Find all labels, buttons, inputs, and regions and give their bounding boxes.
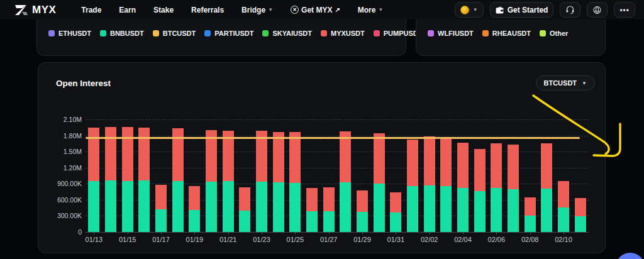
legend-item-rheausdt[interactable]: RHEAUSDT [482, 30, 531, 37]
legend-item-partiusdt[interactable]: PARTIUSDT [204, 30, 253, 37]
bar-segment-green [323, 211, 335, 232]
bar-segment-green [374, 184, 385, 232]
oi-bar-01-25[interactable] [289, 132, 301, 232]
legend-item-bnbusdt[interactable]: BNBUSDT [100, 30, 144, 37]
nav-link-more[interactable]: More▼ [349, 6, 392, 14]
oi-bar-01-19[interactable] [189, 186, 200, 232]
legend-swatch-icon [321, 30, 327, 36]
token-balance-button[interactable]: ▼ [455, 2, 484, 18]
y-axis-label: 900.00K [44, 180, 82, 187]
oi-bar-01-26[interactable] [306, 188, 318, 232]
gridline [86, 136, 589, 136]
oi-bar-01-22[interactable] [239, 187, 250, 232]
legend-item-myxusdt[interactable]: MYXUSDT [321, 30, 365, 37]
legend-swatch-icon [428, 30, 434, 36]
x-axis-label: 01/17 [152, 236, 170, 243]
oi-bar-01-16[interactable] [138, 128, 150, 232]
oi-bar-02-07[interactable] [508, 145, 519, 232]
oi-bar-01-30[interactable] [374, 133, 385, 232]
oi-bar-02-03[interactable] [440, 137, 452, 232]
chevron-down-icon: ▼ [378, 7, 383, 13]
legend-label: RHEAUSDT [492, 30, 531, 37]
oi-bar-01-29[interactable] [357, 190, 368, 232]
legend-swatch-icon [204, 30, 211, 36]
pair-selector-dropdown[interactable]: BTCUSDT ▼ [536, 75, 595, 91]
globe-network-icon [592, 6, 602, 14]
myx-token-icon: ✕ [291, 6, 299, 14]
x-tick [128, 232, 128, 234]
oi-bar-01-23[interactable] [256, 131, 267, 232]
oi-bar-02-11[interactable] [575, 198, 586, 232]
oi-bar-02-02[interactable] [424, 136, 435, 232]
nav-link-get-myx[interactable]: ✕Get MYX↗ [282, 6, 349, 14]
oi-bar-02-01[interactable] [407, 140, 418, 232]
bar-segment-green [223, 181, 234, 232]
y-axis-label: 1.20M [44, 164, 82, 172]
x-tick [530, 232, 531, 234]
legend-swatch-icon [153, 30, 159, 36]
bar-segment-green [541, 189, 552, 232]
bar-segment-green [407, 186, 418, 232]
y-axis-label: 1.50M [44, 148, 82, 155]
legend-item-other[interactable]: Other [540, 30, 568, 37]
bar-segment-red [491, 143, 502, 188]
bar-segment-red [273, 132, 284, 182]
legend-item-wlfiusdt[interactable]: WLFIUSDT [428, 30, 474, 37]
oi-bar-01-15[interactable] [122, 127, 133, 232]
oi-bar-02-09[interactable] [541, 143, 552, 232]
oi-bar-01-28[interactable] [340, 131, 351, 232]
more-options-button[interactable]: ••• [614, 2, 635, 18]
bar-segment-green [206, 182, 217, 232]
oi-bar-02-06[interactable] [491, 143, 502, 232]
oi-bar-01-13[interactable] [88, 128, 99, 232]
myx-logo[interactable]: MYX [14, 4, 56, 16]
bar-segment-green [357, 212, 368, 232]
nav-link-label: Referrals [191, 6, 224, 14]
x-axis-label: 01/13 [86, 236, 103, 243]
oi-bar-02-10[interactable] [558, 181, 569, 232]
open-interest-title: Open Interest [56, 79, 111, 88]
legend-label: MYXUSDT [331, 30, 365, 37]
legend-item-ethusdt[interactable]: ETHUSDT [48, 30, 91, 37]
oi-bar-01-21[interactable] [223, 131, 234, 232]
x-axis-label: 01/21 [219, 236, 237, 243]
support-button[interactable] [560, 2, 580, 18]
x-tick [295, 232, 296, 234]
legend-label: Other [550, 30, 568, 37]
x-axis-label: 02/02 [421, 236, 438, 243]
legend-item-skyaiusdt[interactable]: SKYAIUSDT [262, 30, 312, 37]
nav-link-trade[interactable]: Trade [72, 6, 110, 14]
legend-item-btcusdt[interactable]: BTCUSDT [153, 30, 196, 37]
oi-bar-02-05[interactable] [474, 149, 486, 232]
legend-item-pumpusdt[interactable]: PUMPUSDT [374, 30, 423, 37]
oi-bar-02-08[interactable] [525, 197, 536, 232]
nav-link-stake[interactable]: Stake [145, 6, 182, 14]
nav-link-earn[interactable]: Earn [110, 6, 145, 14]
oi-bar-02-04[interactable] [457, 143, 469, 232]
x-tick [430, 232, 430, 234]
legend-label: BNBUSDT [110, 30, 144, 37]
legend-label: BTCUSDT [163, 30, 196, 37]
bar-segment-green [525, 216, 536, 232]
nav-link-bridge[interactable]: Bridge▼ [233, 6, 282, 14]
get-started-button[interactable]: Get Started [490, 2, 554, 18]
pair-selector-value: BTCUSDT [544, 79, 577, 87]
oi-bar-01-31[interactable] [390, 192, 401, 232]
bar-segment-green [340, 182, 351, 232]
x-axis-label: 01/25 [287, 236, 304, 243]
x-tick [262, 232, 262, 234]
oi-bar-01-27[interactable] [323, 187, 335, 232]
globe-button[interactable] [587, 2, 608, 18]
chat-bubble-button[interactable] [616, 253, 644, 259]
oi-bar-01-17[interactable] [155, 185, 167, 232]
oi-bar-01-18[interactable] [172, 128, 184, 232]
oi-bar-01-14[interactable] [105, 127, 116, 232]
oi-bar-01-20[interactable] [206, 130, 217, 232]
chevron-down-icon: ▼ [582, 80, 587, 86]
oi-bar-01-24[interactable] [273, 132, 284, 232]
nav-links: TradeEarnStakeReferralsBridge▼✕Get MYX↗M… [72, 6, 392, 14]
bar-segment-green [155, 209, 167, 232]
bar-segment-red [575, 198, 586, 216]
bar-segment-red [155, 185, 167, 209]
nav-link-referrals[interactable]: Referrals [182, 6, 233, 14]
